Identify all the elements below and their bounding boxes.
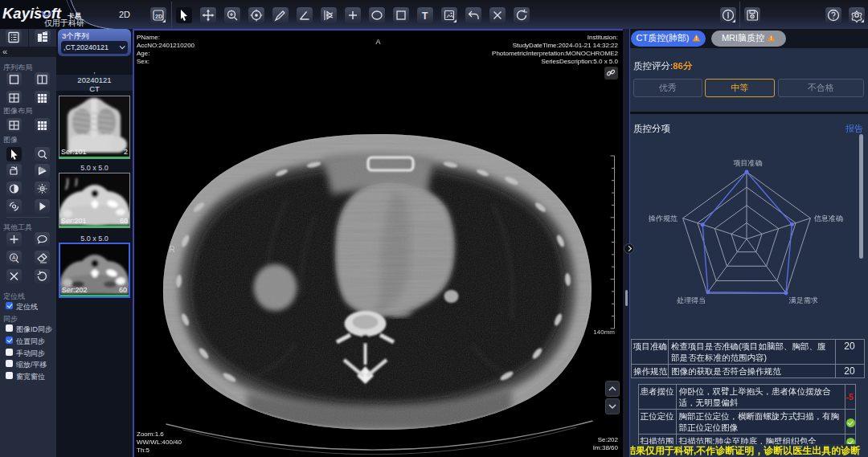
svg-text:A: A <box>12 255 16 260</box>
svg-text:!: ! <box>771 35 772 41</box>
svg-text:R: R <box>170 245 175 254</box>
svg-text:仅用于科研: 仅用于科研 <box>44 18 84 27</box>
svg-text:!: ! <box>695 35 697 41</box>
svg-text:T: T <box>422 10 428 22</box>
svg-text:140mm: 140mm <box>593 328 615 336</box>
svg-text:2D: 2D <box>155 14 162 19</box>
svg-text:A: A <box>375 38 380 46</box>
